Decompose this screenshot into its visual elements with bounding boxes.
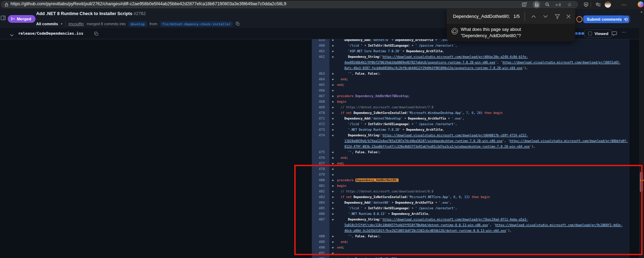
all-commits-dropdown[interactable]: All commits	[36, 22, 58, 26]
line-number[interactable]: 461	[312, 48, 329, 54]
viewed-toggle[interactable]: Viewed	[584, 29, 612, 38]
line-number[interactable]	[312, 228, 329, 233]
zoom-out-icon[interactable]	[544, 1, 551, 8]
head-branch-chip[interactable]: fix/dotnet-depency-check-installer	[160, 21, 232, 27]
diff-settings-gear-icon[interactable]: ⚙	[622, 15, 630, 23]
line-number[interactable]: 480	[312, 177, 329, 183]
diff-row: 11020a0039e6/b74aa12e4ee765a3387a7dcd4ba…	[312, 138, 630, 144]
diff-marker	[329, 228, 337, 233]
viewed-checkbox[interactable]	[588, 32, 592, 35]
line-number[interactable]: 460	[312, 43, 329, 48]
scrollbar-up-arrow[interactable]: ▲	[639, 10, 644, 13]
copilot-suggestion[interactable]: What does this page say about "Dependenc…	[447, 24, 575, 41]
line-number[interactable]: 469	[312, 104, 329, 110]
code-line: procedure Dependency_AddDotNet80Asp;	[337, 256, 630, 258]
comment-icon[interactable]	[612, 31, 617, 37]
profile-avatar[interactable]	[605, 1, 611, 8]
file-path[interactable]: release/CodeDependencies.iss	[18, 31, 83, 36]
line-number[interactable]: 473	[312, 127, 329, 133]
collections-icon[interactable]	[595, 1, 601, 8]
find-previous-icon[interactable]	[530, 13, 537, 20]
copy-branch-icon[interactable]	[236, 22, 240, 26]
browser-essentials-icon[interactable]	[583, 1, 589, 8]
line-number[interactable]: 479	[312, 172, 329, 177]
line-number[interactable]: 486	[312, 211, 329, 217]
line-number[interactable]: 467	[312, 93, 329, 99]
line-number[interactable]: 478	[312, 166, 329, 172]
code-line: Dependency_String('https://download.visu…	[337, 217, 630, 222]
code-line: '', False, False);	[337, 233, 630, 239]
line-number[interactable]: 485	[312, 205, 329, 211]
line-number[interactable]: 462	[312, 54, 329, 60]
author-link[interactable]: jmcouffin	[68, 22, 84, 26]
split-screen-icon[interactable]	[521, 1, 527, 8]
chevron-down-icon[interactable]	[10, 32, 14, 38]
line-number[interactable]	[312, 138, 329, 144]
line-number[interactable]: 468	[312, 99, 329, 104]
line-number[interactable]: 474	[312, 133, 329, 138]
find-query-input[interactable]: Dependency_AddDotNet80;	[453, 14, 510, 19]
copilot-icon[interactable]	[638, 1, 644, 7]
browser-menu-dots-icon[interactable]: ⋯	[621, 1, 627, 8]
line-number[interactable]	[312, 65, 329, 71]
merge-text-from: from	[150, 22, 157, 26]
line-number[interactable]: 491	[312, 250, 329, 256]
diff-row: 487+ Dependency_String('https://download…	[312, 217, 630, 222]
code-line	[337, 88, 630, 93]
line-number[interactable]	[312, 144, 329, 149]
line-number[interactable]: 464	[312, 76, 329, 82]
line-number[interactable]: 466	[312, 88, 329, 93]
line-number[interactable]: 465	[312, 82, 329, 88]
line-number[interactable]: 475	[312, 149, 329, 155]
find-next-icon[interactable]	[542, 13, 548, 20]
diff-row: 485+ '/lcid ' + IntToStr(GetUILanguage) …	[312, 205, 630, 211]
line-number[interactable]: 487	[312, 217, 329, 222]
line-number[interactable]: 472	[312, 121, 329, 127]
find-close-icon[interactable]	[565, 13, 572, 20]
scrollbar-thumb[interactable]	[640, 172, 643, 192]
copy-path-icon[interactable]	[94, 31, 99, 38]
line-number[interactable]: 490	[312, 245, 329, 250]
find-on-page-icon[interactable]	[533, 1, 540, 8]
diff-marker: +	[329, 82, 337, 88]
copilot-suggestion-text[interactable]: What does this page say about "Dependenc…	[461, 26, 521, 39]
line-number[interactable]: 488	[312, 233, 329, 239]
read-aloud-icon[interactable]: A	[555, 1, 561, 8]
line-number[interactable]: 482	[312, 189, 329, 194]
diff-row: 492+procedure Dependency_AddDotNet80Asp;	[312, 256, 630, 258]
code-line: '', False, False);	[337, 149, 630, 155]
line-number[interactable]: 471	[312, 116, 329, 121]
line-number[interactable]: 492	[312, 256, 329, 258]
code-line: // https://dotnet.microsoft.com/download…	[337, 104, 630, 110]
find-match-count: 1/5	[513, 14, 520, 19]
file-options-kebab-icon[interactable]: ⋯	[622, 29, 627, 35]
line-number[interactable]: 483	[312, 194, 329, 200]
line-number[interactable]: 477	[312, 161, 329, 166]
base-branch-chip[interactable]: develop	[129, 21, 147, 27]
line-number[interactable]: 470	[312, 110, 329, 116]
find-filter-icon[interactable]	[554, 13, 560, 20]
line-number[interactable]: 481	[312, 183, 329, 189]
app-window: 459+ Dependency_Add('dotnet70' + Depende…	[0, 0, 644, 258]
code-line: end;	[337, 155, 630, 161]
review-status-ring[interactable]	[576, 16, 583, 22]
diff-marker: +	[329, 88, 337, 93]
page-scrollbar[interactable]: ▲	[639, 9, 644, 258]
url-text[interactable]: https://github.com/pyrevitlabs/pyRevit/p…	[11, 1, 286, 6]
sidebar-toggle-icon[interactable]	[1, 15, 6, 22]
line-number[interactable]: 489	[312, 239, 329, 245]
line-number[interactable]: 476	[312, 155, 329, 161]
code-line: end;	[337, 239, 630, 245]
diff-row: 489+ end;	[312, 239, 630, 245]
diff-stat-block	[575, 32, 578, 35]
diff-row: 479+	[312, 172, 630, 177]
diff-row: 469+ // https://dotnet.microsoft.com/dow…	[312, 104, 630, 110]
line-number[interactable]	[312, 222, 329, 228]
diff-row: 460+ '/lcid ' + IntToStr(GetUILanguage) …	[312, 43, 630, 48]
line-number[interactable]: 484	[312, 200, 329, 205]
code-line: procedure Dependency_AddDotNet80;	[337, 177, 630, 183]
favorite-star-icon[interactable]: ☆	[566, 1, 573, 8]
line-number[interactable]: 463	[312, 71, 329, 76]
line-number[interactable]	[312, 60, 329, 65]
scrollbar-find-match-marker	[640, 180, 644, 181]
